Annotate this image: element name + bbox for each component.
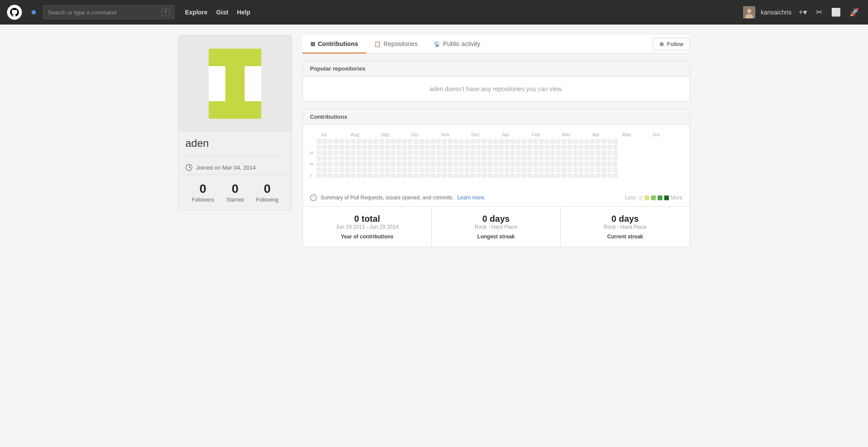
navbar-right: kansaichris +▾ ✂ ⬜ 🚀 [743,6,861,19]
add-button[interactable]: +▾ [797,6,809,19]
chat-icon[interactable]: ⬜ [829,6,843,19]
day-cell [322,139,327,144]
day-cell [487,150,492,155]
github-logo[interactable] [7,5,22,20]
day-cell [328,173,333,178]
rocket-icon[interactable]: 🚀 [848,6,861,19]
day-cell [562,167,566,172]
day-cell [544,145,549,149]
nav-gist[interactable]: Gist [216,9,228,16]
repositories-tab-label: Repositories [384,40,418,47]
day-cell [374,145,378,149]
day-cell [487,167,492,172]
day-cell [408,145,413,149]
legend-box-3 [658,195,662,200]
day-cell [476,150,481,155]
follow-button[interactable]: ⊕ Follow [653,38,690,50]
sidebar-stats: 0 Followers 0 Starred 0 Following [178,174,292,210]
nav-help[interactable]: Help [237,9,250,16]
learn-more-link[interactable]: Learn more. [457,195,486,201]
day-cell [573,145,578,149]
day-cell [562,150,566,155]
week-column [556,139,561,184]
day-cell [425,150,430,155]
day-cell [505,139,509,144]
nav-explore[interactable]: Explore [185,9,207,16]
day-cell [356,145,361,149]
day-cell [533,139,538,144]
week-column [562,139,566,184]
fork-icon[interactable]: ✂ [814,6,824,19]
search-input[interactable] [48,9,158,16]
search-hint-icon: ? [161,8,170,16]
day-cell [573,156,578,161]
following-label: Following [256,197,278,203]
day-cell [362,145,367,149]
week-column [601,139,606,184]
day-cell [579,156,583,161]
day-cell [596,145,601,149]
graph-body: MWF [310,139,683,184]
day-cell [408,167,413,172]
day-cell [430,150,435,155]
day-cell [533,150,538,155]
month-label: Dec [471,132,502,137]
day-cell [328,150,333,155]
day-cell [470,139,475,144]
day-cell [413,156,418,161]
week-column [328,139,333,184]
week-column [544,139,549,184]
avatar[interactable] [743,6,755,18]
day-cell [510,150,515,155]
graph-footer-left: ? Summary of Pull Requests, issues opene… [310,194,486,201]
day-cell [613,150,618,155]
day-cell [527,139,532,144]
day-cell [328,145,333,149]
day-cell [550,139,555,144]
day-cell [539,139,544,144]
day-cell [379,162,384,167]
tab-repositories[interactable]: 📋 Repositories [366,35,426,53]
day-cell [391,156,395,161]
longest-streak-sub: Rock - Hard Place [439,224,553,230]
day-cell [391,150,395,155]
day-cell [516,150,521,155]
day-cell [550,150,555,155]
week-column [493,139,498,184]
week-column [442,139,447,184]
day-cell [351,167,356,172]
day-cell [351,150,356,155]
day-cell [562,173,566,178]
day-cell [408,150,413,155]
day-cell [584,150,589,155]
tab-contributions[interactable]: ⊞ Contributions [302,35,366,53]
week-column [527,139,532,184]
day-cell [567,167,572,172]
day-cell [339,173,344,178]
day-cell [374,162,378,167]
day-cell [396,145,401,149]
search-bar[interactable]: ? [43,5,174,19]
nav-links: Explore Gist Help [185,9,250,16]
day-cell [391,145,395,149]
contributions-section: Contributions JulAugSepOctNovDecJanFebMa… [302,109,690,247]
day-cell [482,156,487,161]
follow-label: Follow [667,41,683,47]
day-cell [505,167,509,172]
day-cell [402,162,407,167]
day-cell [596,156,601,161]
day-cell [487,145,492,149]
day-cell [453,162,458,167]
tab-public-activity[interactable]: 📡 Public activity [426,35,488,53]
week-column [339,139,344,184]
day-cell [425,162,430,167]
day-cell [391,173,395,178]
day-cell [584,173,589,178]
day-cell [596,162,601,167]
day-cell [499,150,504,155]
day-cell [345,162,350,167]
day-cell [601,173,606,178]
week-column [419,139,424,184]
day-cell [607,162,612,167]
day-cell [385,162,390,167]
